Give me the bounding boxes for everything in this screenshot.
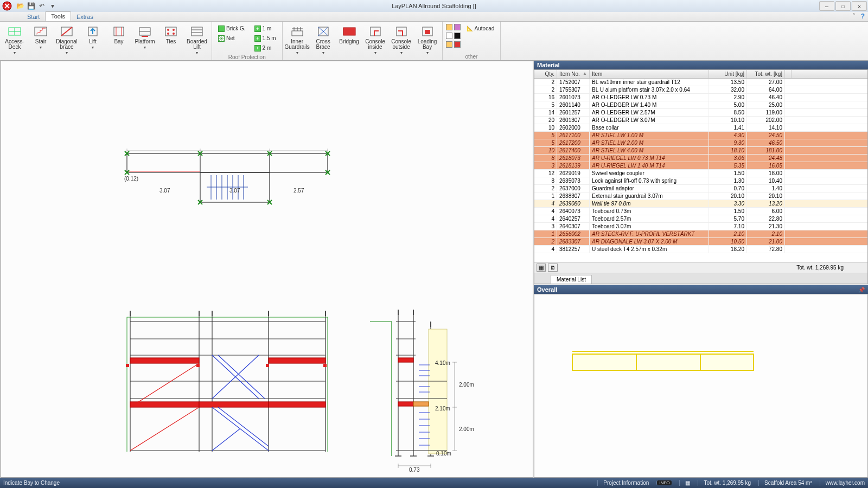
svg-text:0.73: 0.73	[409, 467, 420, 473]
bridging-button[interactable]: Bridging	[337, 23, 362, 46]
svg-line-99	[218, 355, 265, 399]
roof-1-5m-button[interactable]: +1.5 m	[252, 34, 279, 43]
table-row[interactable]: 32640307Toeboard 3.07m7.1021.30	[534, 223, 867, 230]
svg-text:4.10m: 4.10m	[435, 360, 450, 366]
table-row[interactable]: 82635073Lock against lift-off 0.73 with …	[534, 177, 867, 185]
table-row[interactable]: 202601307AR O-LEDGER LW 3.07M10.10202.00	[534, 117, 867, 124]
color-swatch-3[interactable]	[446, 33, 452, 39]
boarded-lift-button[interactable]: Boarded Lift▾	[184, 23, 209, 57]
drawing-canvas[interactable]: (0.12) 3.07 3.07 2.57	[1, 61, 533, 478]
material-table[interactable]: Qty. Item No. ▲ Item Unit [kg] Tot. wt. …	[534, 69, 868, 284]
table-row[interactable]: 42639080Wall tie 97 0.8m3.3013.20	[534, 200, 867, 208]
qat-dropdown-icon[interactable]: ▾	[49, 2, 56, 10]
help-icon[interactable]: ?	[861, 12, 865, 20]
table-row[interactable]: 102602000Base collar1.4114.10	[534, 124, 867, 132]
svg-rect-90	[199, 402, 269, 407]
table-row[interactable]: 42640257Toeboard 2.57m5.7022.80	[534, 215, 867, 223]
svg-rect-123	[398, 402, 413, 406]
table-row[interactable]: 122629019Swivel wedge coupler1.5018.00	[534, 170, 867, 177]
console-outside-button[interactable]: Console outside▾	[389, 23, 414, 57]
open-icon[interactable]: 📂	[16, 2, 24, 10]
table-row[interactable]: 82618073AR U-RIEGEL LW 0.73 M T143.0624.…	[534, 155, 867, 162]
inner-guardrails-button[interactable]: Inner Guardrails▾	[285, 23, 310, 57]
tab-start[interactable]: Start	[22, 12, 45, 21]
ribbon-collapse-icon[interactable]: ˄	[852, 12, 856, 20]
table-row[interactable]: 52601140AR O-LEDGER LW 1.40 M5.0025.00	[534, 101, 867, 109]
table-row[interactable]: 42640073Toeboard 0.73m1.506.00	[534, 208, 867, 215]
svg-rect-124	[413, 402, 429, 406]
ties-button[interactable]: Ties	[158, 23, 183, 46]
svg-text:2.10m: 2.10m	[435, 406, 450, 412]
close-button[interactable]: ✕	[852, 1, 867, 11]
pin-icon[interactable]: 📌	[858, 287, 865, 293]
overall-view[interactable]	[534, 294, 868, 478]
diagonal-brace-button[interactable]: Diagonal brace▾	[54, 23, 79, 57]
svg-rect-154	[572, 354, 636, 370]
color-swatch-1[interactable]	[446, 24, 452, 30]
roof-1m-button[interactable]: +1 m	[252, 24, 279, 33]
table-row[interactable]: 12656002AR STECK-RV F. U-PROFIL VERSTÄRK…	[534, 230, 867, 238]
autocad-button[interactable]: 📐Autocad	[464, 24, 497, 33]
svg-text:3.07: 3.07	[159, 188, 170, 194]
svg-point-12	[167, 29, 169, 31]
table-row[interactable]: 32618139AR U-RIEGEL LW 1.40 M T145.3516.…	[534, 162, 867, 170]
stair-button[interactable]: Stair▾	[28, 23, 53, 52]
svg-line-96	[130, 363, 199, 407]
svg-rect-156	[700, 354, 754, 370]
table-row[interactable]: 52617200AR STIEL LW 2.00 M9.3046.50	[534, 139, 867, 147]
tab-extras[interactable]: Extras	[71, 12, 99, 21]
svg-point-13	[173, 29, 175, 31]
bay-button[interactable]: Bay	[106, 23, 131, 46]
color-swatch-4[interactable]	[454, 33, 461, 39]
console-inside-button[interactable]: Console inside▾	[363, 23, 388, 57]
access-deck-button[interactable]: Access-Deck▾	[2, 23, 27, 57]
table-row[interactable]: 142601257AR O-LEDGER LW 2.57M8.50119.00	[534, 109, 867, 117]
table-row[interactable]: 52617100AR STIEL LW 1.00 M4.9024.50	[534, 132, 867, 139]
lift-button[interactable]: Lift▾	[80, 23, 105, 52]
material-list-tab[interactable]: Material List	[551, 275, 592, 284]
vendor-link[interactable]: www.layher.com	[820, 480, 865, 486]
table-row[interactable]: 21755307BL U alum platform stair 3.07x 2…	[534, 86, 867, 94]
table-row[interactable]: 162601073AR O-LEDGER LW 0.73 M2.9046.40	[534, 94, 867, 101]
svg-rect-11	[165, 27, 176, 36]
tab-tools[interactable]: Tools	[45, 11, 71, 21]
loading-bay-button[interactable]: Loading Bay▾	[415, 23, 440, 57]
overall-panel-header: Overall📌	[534, 285, 868, 294]
table-row[interactable]: 43812257U steel deck T4 2.57m x 0.32m18.…	[534, 246, 867, 253]
roof-2m-button[interactable]: +2 m	[252, 43, 279, 53]
project-info-button[interactable]: Project Information	[597, 480, 649, 486]
save-icon[interactable]: 💾	[27, 2, 35, 10]
table-row[interactable]: 22683307AR DIAGONALE LW 3.07 X 2.00 M10.…	[534, 238, 867, 246]
export-icon[interactable]: 🗎	[548, 264, 558, 272]
status-icon-2[interactable]: ▦	[679, 480, 690, 486]
cross-brace-button[interactable]: Cross Brace▾	[311, 23, 336, 57]
brick-guard-button[interactable]: Brick G.	[215, 24, 248, 33]
color-swatch-2[interactable]	[454, 24, 461, 30]
svg-text:0.10m: 0.10m	[436, 451, 451, 457]
material-table-header[interactable]: Qty. Item No. ▲ Item Unit [kg] Tot. wt. …	[534, 70, 867, 79]
svg-text:2.00m: 2.00m	[459, 382, 474, 388]
color-swatch-5[interactable]	[446, 41, 452, 48]
svg-rect-37	[127, 153, 328, 172]
undo-icon[interactable]: ↶	[38, 2, 46, 10]
svg-rect-94	[266, 364, 269, 367]
maximize-button[interactable]: ☐	[835, 1, 851, 11]
table-row[interactable]: 102617400AR STIEL LW 4.00 M18.10181.00	[534, 147, 867, 155]
platform-button[interactable]: Platform▾	[132, 23, 157, 52]
net-button[interactable]: Net	[215, 34, 248, 43]
svg-point-15	[173, 33, 175, 35]
table-row[interactable]: 22637000Guardrail adaptor0.701.40	[534, 185, 867, 192]
table-row[interactable]: 21752007BL ws19mm inner stair guardrail …	[534, 79, 867, 86]
status-icon-1[interactable]: INFO	[656, 480, 672, 485]
svg-rect-115	[429, 329, 447, 454]
status-area: Scaffold Area 54 m²	[758, 480, 812, 486]
color-swatch-6[interactable]	[454, 41, 461, 48]
svg-rect-88	[269, 358, 326, 363]
minimize-button[interactable]: —	[819, 1, 834, 11]
status-message: Indicate Bay to Change	[3, 480, 60, 486]
total-weight: Tot. wt. 1,269.95 kg	[796, 265, 844, 271]
side-elevation: 4.10m 2.00m 2.10m 2.00m 0.10m 0.73	[327, 278, 489, 473]
svg-line-6	[61, 27, 72, 36]
table-row[interactable]: 12638307External stair guardrail 3.07m20…	[534, 192, 867, 200]
grid-view-icon[interactable]: ▦	[537, 264, 546, 272]
